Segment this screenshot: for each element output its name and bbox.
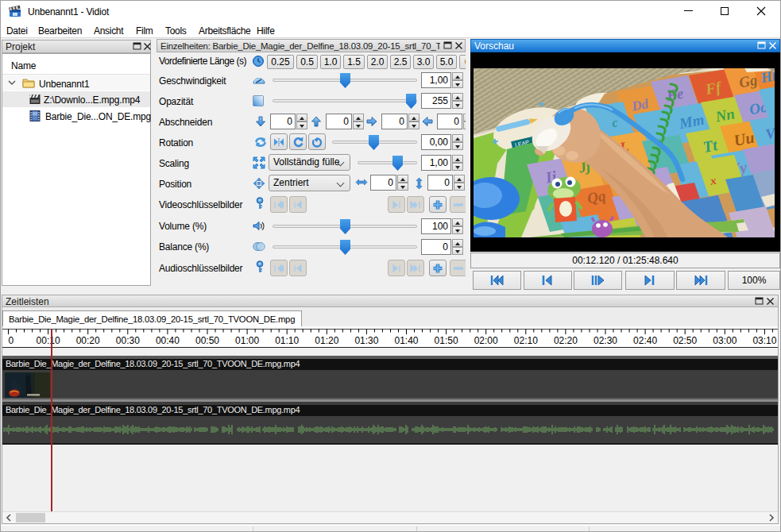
svg-text:01:40: 01:40 — [394, 335, 418, 346]
svg-text:02:30: 02:30 — [593, 335, 617, 346]
svg-text:02:50: 02:50 — [673, 335, 697, 346]
svg-text:Qq: Qq — [586, 187, 607, 206]
svg-text:02:20: 02:20 — [554, 335, 578, 346]
svg-text:01:30: 01:30 — [354, 335, 378, 346]
svg-text:01:00: 01:00 — [235, 335, 259, 346]
svg-text:00:20: 00:20 — [76, 335, 100, 346]
svg-text:02:00: 02:00 — [474, 335, 498, 346]
svg-text:02:10: 02:10 — [514, 335, 538, 346]
svg-text:02:40: 02:40 — [633, 335, 657, 346]
svg-text:01:50: 01:50 — [435, 335, 458, 346]
svg-text:00:30: 00:30 — [116, 335, 140, 346]
svg-text:00:50: 00:50 — [195, 335, 219, 346]
svg-text:01:10: 01:10 — [275, 335, 299, 346]
svg-text:00:40: 00:40 — [156, 335, 180, 346]
svg-text:01:20: 01:20 — [315, 335, 338, 346]
svg-text:00:10: 00:10 — [37, 335, 60, 346]
svg-text:03:00: 03:00 — [713, 335, 737, 346]
svg-text:0: 0 — [9, 335, 14, 346]
svg-text:03:10: 03:10 — [752, 335, 776, 346]
